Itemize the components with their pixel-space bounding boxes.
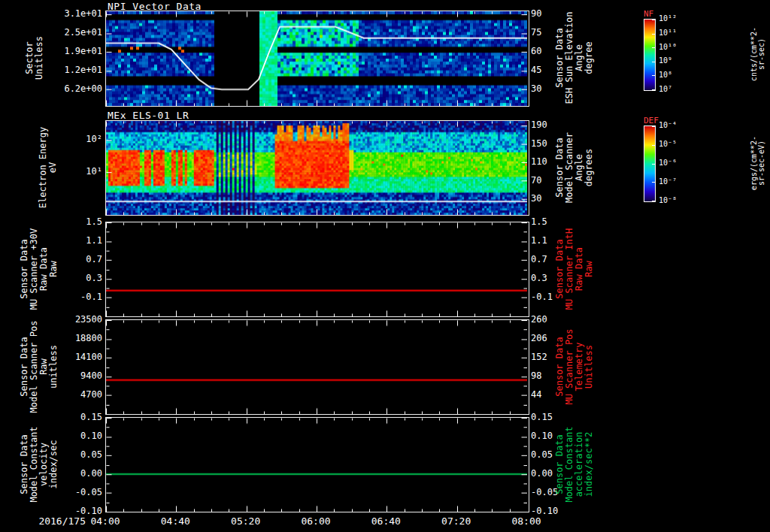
- def-colorbar: DEF 10⁻⁴10⁻⁵10⁻⁶10⁻⁷10⁻⁸: [644, 116, 692, 202]
- colorbar-tick-label: 10⁻⁵: [659, 141, 677, 148]
- y-tick-label: 1.2e+01: [44, 65, 102, 74]
- model-constant-right-axis-label: Sensor Data Model Constant acceleration …: [555, 426, 594, 502]
- model-constant-line-canvas: [106, 418, 527, 512]
- x-axis-date-label: 2016/175: [21, 515, 86, 527]
- nf-colorbar-gradient: [644, 19, 656, 91]
- y-tick-label: 0.7: [44, 255, 102, 264]
- x-tick-label: 06:40: [371, 515, 401, 527]
- model-constant-left-tick-labels: 0.150.100.050.00-0.05-0.10: [44, 417, 102, 511]
- scanner-pos-left-tick-labels: 23500188001410094004700: [44, 319, 102, 413]
- y-tick-label: 0.3: [44, 274, 102, 283]
- y-tick-label: 1.1: [44, 236, 102, 245]
- def-colorbar-units-label: ergs/(cm**2-sr-sec-eV): [750, 136, 765, 190]
- colorbar-tick-label: 10¹¹: [659, 29, 677, 37]
- panel-mu-scanner-30v: Sensor Data MU Scanner +30V Raw Data Raw…: [0, 222, 770, 316]
- y-tick-label: 23500: [44, 315, 102, 324]
- def-colorbar-gradient: [644, 125, 656, 202]
- y-tick-label: 0.15: [531, 413, 570, 422]
- scanner-pos-plot-area: [105, 319, 529, 415]
- x-tick-label: 05:20: [231, 515, 260, 527]
- colorbar-tick-label: 10⁻⁴: [659, 122, 677, 129]
- y-tick-label: 10¹: [44, 167, 102, 176]
- els-spectrogram-canvas: [106, 121, 527, 215]
- npi-left-tick-labels: 3.1e+012.5e+011.9e+011.2e+016.2e+00: [44, 11, 102, 105]
- colorbar-tick-label: 10⁹: [659, 57, 672, 65]
- colorbar-tick-label: 10⁸: [659, 71, 672, 79]
- y-tick-label: 0.10: [44, 431, 102, 440]
- npi-spectrogram-canvas: [106, 11, 527, 106]
- y-tick-label: -0.05: [44, 488, 102, 497]
- x-tick-label: 04:00: [90, 515, 120, 527]
- mu30v-left-tick-labels: 1.51.10.70.3-0.1: [44, 222, 102, 316]
- colorbar-tick-label: 10¹⁰: [659, 44, 677, 51]
- multi-panel-plot-figure: NPI Vector Data MEx ELS-01 LR Sector Uni…: [0, 0, 770, 532]
- panel-model-scanner-pos: Sensor Data Model Scanner Pos Raw unitle…: [0, 319, 770, 413]
- y-tick-label: 6.2e+00: [44, 84, 102, 93]
- colorbar-tick-label: 10⁷: [659, 86, 672, 93]
- npi-plot-area: [105, 11, 529, 107]
- y-tick-label: 0.15: [44, 413, 102, 422]
- x-tick-label: 06:00: [301, 515, 330, 527]
- y-tick-label: 10²: [44, 135, 102, 144]
- x-tick-label: 07:20: [441, 515, 471, 527]
- y-tick-label: 1.5: [44, 217, 102, 226]
- y-tick-label: -0.1: [44, 292, 102, 301]
- y-tick-label: 9400: [44, 371, 102, 380]
- npi-right-axis-label: Sensor Data ESH Sun Elevation Angle degr…: [555, 12, 594, 104]
- y-tick-label: 190: [531, 120, 570, 129]
- mu30v-line-canvas: [106, 222, 527, 316]
- y-tick-label: -0.10: [44, 506, 102, 515]
- y-tick-label: 1.5: [531, 217, 570, 226]
- mu30v-right-axis-label: Sensor Data MU Scanner IntH Raw Data Raw: [555, 228, 594, 309]
- y-tick-label: -0.10: [531, 506, 570, 515]
- scanner-pos-right-axis-label: Sensor Data MU Scanner Pos Telemetry Uni…: [555, 328, 594, 404]
- def-colorbar-tick-labels: 10⁻⁴10⁻⁵10⁻⁶10⁻⁷10⁻⁸: [659, 125, 692, 201]
- y-tick-label: 0.05: [44, 450, 102, 459]
- y-tick-label: 2.5e+01: [44, 28, 102, 37]
- y-tick-label: 3.1e+01: [44, 9, 102, 18]
- els-left-tick-labels: 10²10¹: [44, 120, 102, 214]
- els-panel-title: MEx ELS-01 LR: [108, 110, 189, 121]
- y-tick-label: 4700: [44, 390, 102, 399]
- colorbar-tick-label: 10⁻⁶: [659, 159, 677, 167]
- npi-left-axis-label: Sector Unitless: [25, 36, 44, 80]
- y-tick-label: 14100: [44, 352, 102, 361]
- y-tick-label: 1.9e+01: [44, 47, 102, 56]
- y-tick-label: 18800: [44, 334, 102, 343]
- nf-colorbar-tick-labels: 10¹²10¹¹10¹⁰10⁹10⁸10⁷: [659, 19, 692, 89]
- x-tick-label: 08:00: [511, 515, 541, 527]
- els-plot-area: [105, 120, 529, 216]
- colorbar-tick-label: 10⁻⁸: [659, 197, 677, 204]
- mu30v-plot-area: [105, 222, 529, 317]
- y-tick-label: 260: [531, 315, 570, 324]
- scanner-pos-line-canvas: [106, 320, 527, 414]
- x-tick-label: 04:40: [161, 515, 190, 527]
- colorbar-tick-label: 10⁻⁷: [659, 178, 677, 186]
- panel-model-constant: Sensor Data Model Constant velocity inde…: [0, 417, 770, 511]
- colorbar-tick-label: 10¹²: [659, 15, 677, 23]
- nf-colorbar-units-label: cnts/(cm**2-sr-sec): [750, 27, 765, 81]
- nf-colorbar: NF 10¹²10¹¹10¹⁰10⁹10⁸10⁷: [644, 9, 692, 91]
- y-tick-label: 0.00: [44, 469, 102, 478]
- model-constant-plot-area: [105, 417, 529, 512]
- els-right-axis-label: Sensor Data Model Scanner Angle degrees: [555, 132, 594, 203]
